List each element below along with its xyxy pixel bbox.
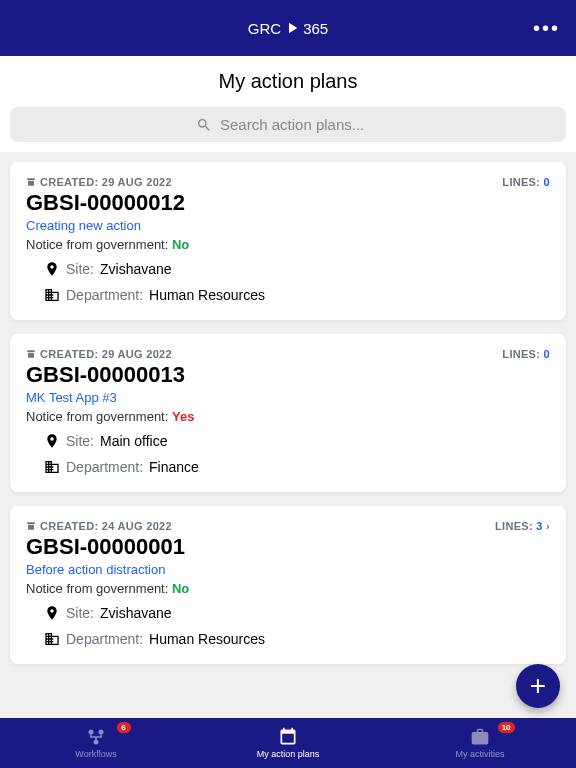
nav-plans-label: My action plans [257, 749, 320, 759]
nav-workflows-label: Workflows [75, 749, 116, 759]
plan-id: GBSI-00000013 [26, 362, 550, 388]
gov-notice: Notice from government: No [26, 581, 550, 596]
brand-logo: GRC 365 [248, 19, 328, 37]
search-icon [196, 117, 212, 133]
brand-text-left: GRC [248, 20, 281, 37]
archive-icon [26, 349, 36, 359]
created-date: CREATED: 29 AUG 2022 [26, 348, 172, 360]
building-icon [44, 458, 60, 476]
plan-name[interactable]: Before action distraction [26, 562, 550, 577]
bottom-nav: 6 Workflows 31 My action plans 10 My act… [0, 718, 576, 768]
dept-row: Department: Human Resources [44, 630, 550, 648]
nav-activities-label: My activities [455, 749, 504, 759]
lines-count[interactable]: LINES: 3 › [495, 520, 550, 532]
svg-point-1 [99, 730, 104, 735]
gov-notice: Notice from government: Yes [26, 409, 550, 424]
lines-count: LINES: 0 [502, 176, 550, 188]
calendar-icon: 31 [277, 727, 299, 747]
site-row: Site: Zvishavane [44, 260, 550, 278]
gov-notice: Notice from government: No [26, 237, 550, 252]
workflows-badge: 6 [117, 722, 131, 733]
menu-button[interactable]: ••• [533, 17, 560, 40]
pin-icon [44, 604, 60, 622]
created-date: CREATED: 29 AUG 2022 [26, 176, 172, 188]
plan-id: GBSI-00000001 [26, 534, 550, 560]
nav-plans[interactable]: 31 My action plans [192, 718, 384, 768]
dept-row: Department: Human Resources [44, 286, 550, 304]
cards-list: CREATED: 29 AUG 2022 LINES: 0 GBSI-00000… [0, 152, 576, 688]
app-header: GRC 365 ••• [0, 0, 576, 56]
activities-icon [469, 727, 491, 747]
pin-icon [44, 432, 60, 450]
building-icon [44, 286, 60, 304]
plan-name[interactable]: MK Test App #3 [26, 390, 550, 405]
card-header: CREATED: 29 AUG 2022 LINES: 0 [26, 348, 550, 360]
card-header: CREATED: 24 AUG 2022 LINES: 3 › [26, 520, 550, 532]
play-icon [283, 19, 301, 37]
site-row: Site: Zvishavane [44, 604, 550, 622]
pin-icon [44, 260, 60, 278]
created-date: CREATED: 24 AUG 2022 [26, 520, 172, 532]
archive-icon [26, 177, 36, 187]
plan-card[interactable]: CREATED: 24 AUG 2022 LINES: 3 › GBSI-000… [10, 506, 566, 664]
brand-text-right: 365 [303, 20, 328, 37]
search-input[interactable] [220, 116, 380, 133]
card-header: CREATED: 29 AUG 2022 LINES: 0 [26, 176, 550, 188]
workflows-icon [85, 727, 107, 747]
search-bar[interactable] [10, 107, 566, 142]
activities-badge: 10 [498, 722, 515, 733]
archive-icon [26, 521, 36, 531]
page-title: My action plans [0, 56, 576, 107]
svg-point-0 [89, 730, 94, 735]
dept-row: Department: Finance [44, 458, 550, 476]
search-container [0, 107, 576, 152]
plan-name[interactable]: Creating new action [26, 218, 550, 233]
plan-card[interactable]: CREATED: 29 AUG 2022 LINES: 0 GBSI-00000… [10, 162, 566, 320]
site-row: Site: Main office [44, 432, 550, 450]
plan-card[interactable]: CREATED: 29 AUG 2022 LINES: 0 GBSI-00000… [10, 334, 566, 492]
add-button[interactable]: + [516, 664, 560, 708]
lines-count: LINES: 0 [502, 348, 550, 360]
plan-id: GBSI-00000012 [26, 190, 550, 216]
svg-point-2 [94, 740, 99, 745]
svg-text:31: 31 [284, 735, 292, 744]
nav-workflows[interactable]: 6 Workflows [0, 718, 192, 768]
nav-activities[interactable]: 10 My activities [384, 718, 576, 768]
building-icon [44, 630, 60, 648]
